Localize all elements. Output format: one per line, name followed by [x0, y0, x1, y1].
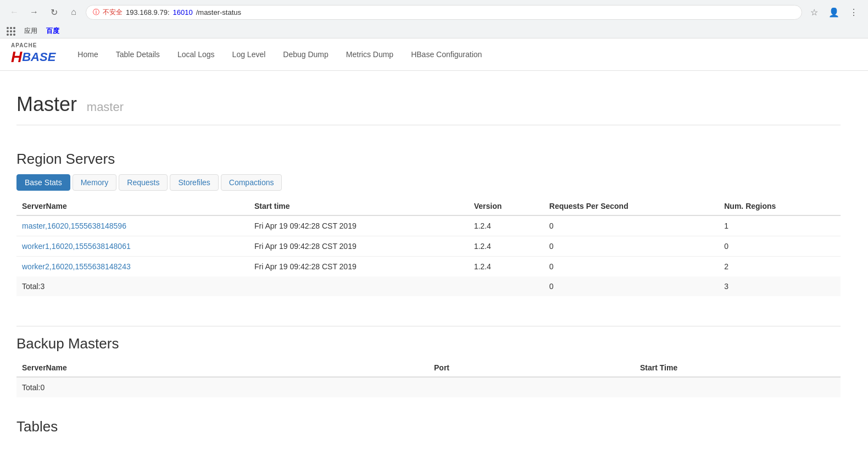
region-servers-title: Region Servers — [16, 151, 841, 168]
backup-divider — [16, 326, 841, 326]
account-button[interactable]: 👤 — [826, 4, 842, 20]
apps-icon[interactable] — [7, 27, 15, 36]
col-server-name: ServerName — [16, 197, 249, 215]
cell-num-regions: 0 — [719, 236, 841, 257]
cell-version: 1.2.4 — [469, 236, 544, 257]
tables-section: Tables — [16, 418, 841, 435]
logo-hbase-text: HBASE — [11, 48, 55, 66]
master-subtitle: master — [87, 100, 124, 114]
total-row: Total:3 0 3 — [16, 276, 841, 296]
region-server-tabs: Base Stats Memory Requests Storefiles Co… — [16, 174, 841, 191]
total-regions: 3 — [719, 276, 841, 296]
backup-total-row: Total:0 — [16, 377, 841, 397]
total-rps: 0 — [544, 276, 719, 296]
nav-debug-dump[interactable]: Debug Dump — [274, 40, 337, 69]
address-bar[interactable]: ⓘ 不安全 193.168.9.79:16010/master-status — [86, 5, 802, 20]
cell-server-name: master,16020,1555638148596 — [16, 215, 249, 236]
tab-base-stats[interactable]: Base Stats — [16, 174, 70, 191]
server-link[interactable]: master,16020,1555638148596 — [22, 221, 126, 230]
backup-header-row: ServerName Port Start Time — [16, 359, 841, 377]
cell-rps: 0 — [544, 215, 719, 236]
region-servers-body: master,16020,1555638148596 Fri Apr 19 09… — [16, 215, 841, 276]
security-icon: ⓘ — [93, 8, 99, 17]
tab-compactions[interactable]: Compactions — [221, 174, 282, 191]
cell-num-regions: 1 — [719, 215, 841, 236]
backup-col-server: ServerName — [16, 359, 429, 377]
tab-storefiles[interactable]: Storefiles — [170, 174, 218, 191]
backup-masters-section: Backup Masters ServerName Port Start Tim… — [16, 335, 841, 397]
cell-num-regions: 2 — [719, 257, 841, 277]
col-rps: Requests Per Second — [544, 197, 719, 215]
forward-button[interactable]: → — [26, 4, 42, 20]
region-servers-section: Region Servers Base Stats Memory Request… — [16, 151, 841, 296]
nav-home[interactable]: Home — [69, 40, 107, 69]
table-header-row: ServerName Start time Version Requests P… — [16, 197, 841, 215]
backup-masters-table: ServerName Port Start Time Total:0 — [16, 359, 841, 397]
col-start-time: Start time — [249, 197, 469, 215]
nav-hbase-configuration[interactable]: HBase Configuration — [402, 40, 491, 69]
cell-rps: 0 — [544, 236, 719, 257]
master-title: Master — [16, 93, 77, 115]
backup-col-port: Port — [429, 359, 635, 377]
browser-chrome: ← → ↻ ⌂ ⓘ 不安全 193.168.9.79:16010/master-… — [0, 0, 868, 38]
cell-server-name: worker1,16020,1555638148061 — [16, 236, 249, 257]
security-text: 不安全 — [103, 8, 123, 17]
cell-rps: 0 — [544, 257, 719, 277]
logo-apache-text: APACHE — [11, 43, 55, 48]
url-path: /master-status — [196, 8, 241, 16]
menu-button[interactable]: ⋮ — [846, 4, 861, 20]
col-version: Version — [469, 197, 544, 215]
master-section: Master master — [16, 93, 841, 116]
logo-base: BASE — [22, 50, 55, 64]
logo-h: H — [11, 48, 22, 66]
home-button[interactable]: ⌂ — [66, 4, 81, 20]
tab-requests[interactable]: Requests — [119, 174, 168, 191]
nav-log-level[interactable]: Log Level — [224, 40, 275, 69]
col-num-regions: Num. Regions — [719, 197, 841, 215]
cell-version: 1.2.4 — [469, 257, 544, 277]
cell-start-time: Fri Apr 19 09:42:28 CST 2019 — [249, 215, 469, 236]
backup-masters-title: Backup Masters — [16, 335, 841, 352]
nav-local-logs[interactable]: Local Logs — [169, 40, 224, 69]
spacer-1 — [16, 134, 841, 151]
hbase-logo: APACHE HBASE — [11, 38, 55, 70]
nav-metrics-dump[interactable]: Metrics Dump — [337, 40, 402, 69]
master-divider — [16, 125, 841, 125]
page-title: Master master — [16, 93, 841, 116]
region-servers-table: ServerName Start time Version Requests P… — [16, 197, 841, 296]
table-row: worker2,16020,1555638148243 Fri Apr 19 0… — [16, 257, 841, 277]
cell-start-time: Fri Apr 19 09:42:28 CST 2019 — [249, 257, 469, 277]
tab-memory[interactable]: Memory — [73, 174, 117, 191]
backup-total-label: Total:0 — [16, 377, 429, 397]
server-link[interactable]: worker2,16020,1555638148243 — [22, 262, 131, 271]
cell-version: 1.2.4 — [469, 215, 544, 236]
nav-table-details[interactable]: Table Details — [107, 40, 169, 69]
bookmark-apps[interactable]: 应用 — [24, 26, 37, 36]
table-row: master,16020,1555638148596 Fri Apr 19 09… — [16, 215, 841, 236]
table-row: worker1,16020,1555638148061 Fri Apr 19 0… — [16, 236, 841, 257]
bookmarks-bar: 应用 百度 — [0, 24, 868, 38]
url-text: 193.168.9.79: — [126, 8, 170, 16]
bookmark-star-button[interactable]: ☆ — [806, 4, 822, 20]
back-button[interactable]: ← — [7, 4, 22, 20]
backup-col-start-time: Start Time — [635, 359, 841, 377]
bookmark-baidu[interactable]: 百度 — [46, 26, 59, 36]
main-content: Master master Region Servers Base Stats … — [0, 71, 857, 449]
url-port: 16010 — [173, 8, 193, 16]
spacer-2 — [16, 301, 841, 317]
spacer-3 — [16, 402, 841, 418]
server-link[interactable]: worker1,16020,1555638148061 — [22, 242, 131, 251]
browser-toolbar: ← → ↻ ⌂ ⓘ 不安全 193.168.9.79:16010/master-… — [0, 0, 868, 24]
total-label: Total:3 — [16, 276, 249, 296]
cell-start-time: Fri Apr 19 09:42:28 CST 2019 — [249, 236, 469, 257]
reload-button[interactable]: ↻ — [46, 4, 62, 20]
tables-title: Tables — [16, 418, 841, 435]
cell-server-name: worker2,16020,1555638148243 — [16, 257, 249, 277]
nav-bar: APACHE HBASE Home Table Details Local Lo… — [0, 38, 868, 71]
